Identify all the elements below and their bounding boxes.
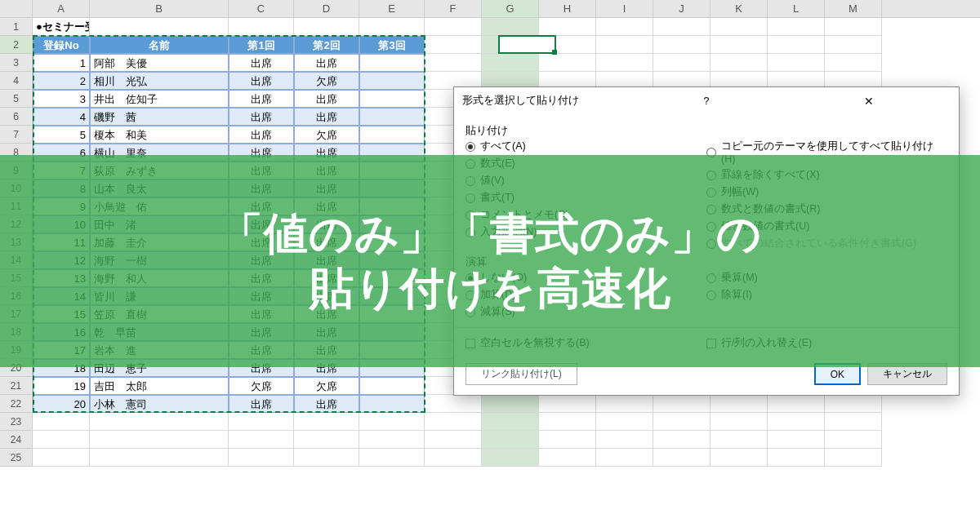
cell[interactable] xyxy=(825,18,882,36)
cell[interactable] xyxy=(768,431,825,449)
cell[interactable]: 出席 xyxy=(294,54,359,72)
cell[interactable] xyxy=(825,431,882,449)
cell[interactable] xyxy=(294,431,359,449)
cell[interactable] xyxy=(825,395,882,413)
cell[interactable]: 第2回 xyxy=(294,36,359,54)
cell[interactable] xyxy=(482,18,539,36)
cell[interactable]: 欠席 xyxy=(294,377,359,395)
col-header-h[interactable]: H xyxy=(539,0,596,17)
cell[interactable] xyxy=(653,18,710,36)
cell[interactable] xyxy=(482,54,539,72)
cell[interactable] xyxy=(710,54,768,72)
row-header[interactable]: 3 xyxy=(0,54,33,72)
cell[interactable] xyxy=(768,36,825,54)
row-header[interactable]: 4 xyxy=(0,72,33,90)
cell[interactable]: 出席 xyxy=(229,395,294,413)
close-icon[interactable]: ✕ xyxy=(788,95,951,108)
cell[interactable] xyxy=(359,449,425,467)
cell[interactable] xyxy=(710,18,768,36)
cell[interactable] xyxy=(653,431,710,449)
cell[interactable] xyxy=(539,431,596,449)
cell[interactable] xyxy=(482,431,539,449)
row-header[interactable]: 1 xyxy=(0,18,33,36)
row-header[interactable]: 5 xyxy=(0,90,33,108)
cell[interactable] xyxy=(229,449,294,467)
cell[interactable]: 出席 xyxy=(229,54,294,72)
cell[interactable] xyxy=(653,449,710,467)
cell[interactable] xyxy=(539,18,596,36)
cell[interactable] xyxy=(596,431,653,449)
cell[interactable] xyxy=(482,413,539,431)
cell[interactable]: 阿部 美優 xyxy=(90,54,229,72)
cell[interactable] xyxy=(653,413,710,431)
cell[interactable]: 名前 xyxy=(90,36,229,54)
cell[interactable]: 出席 xyxy=(229,72,294,90)
col-header-c[interactable]: C xyxy=(229,0,294,17)
cell[interactable] xyxy=(425,449,482,467)
col-header-e[interactable]: E xyxy=(359,0,425,17)
cell[interactable] xyxy=(710,431,768,449)
cell[interactable] xyxy=(229,18,294,36)
cell[interactable] xyxy=(90,449,229,467)
cell[interactable]: 3 xyxy=(33,90,90,108)
row-header[interactable]: 2 xyxy=(0,36,33,54)
cell[interactable]: 出席 xyxy=(229,108,294,126)
cell[interactable] xyxy=(482,395,539,413)
col-header-j[interactable]: J xyxy=(653,0,710,17)
cell[interactable]: 欠席 xyxy=(294,126,359,144)
cell[interactable]: 19 xyxy=(33,377,90,395)
column-headers[interactable]: A B C D E F G H I J K L M xyxy=(0,0,980,18)
cell[interactable] xyxy=(768,395,825,413)
cell[interactable]: 相川 光弘 xyxy=(90,72,229,90)
cell[interactable] xyxy=(768,18,825,36)
cell[interactable]: 磯野 茜 xyxy=(90,108,229,126)
cell[interactable]: 出席 xyxy=(294,108,359,126)
cell[interactable] xyxy=(359,413,425,431)
cell[interactable] xyxy=(294,18,359,36)
cell[interactable] xyxy=(596,413,653,431)
cell[interactable]: 1 xyxy=(33,54,90,72)
radio-all[interactable]: すべて(A) xyxy=(466,140,706,153)
cell[interactable]: 2 xyxy=(33,72,90,90)
row-header[interactable]: 22 xyxy=(0,395,33,413)
col-header-a[interactable]: A xyxy=(33,0,90,17)
cell[interactable]: 4 xyxy=(33,108,90,126)
cell[interactable] xyxy=(825,449,882,467)
cell[interactable]: 20 xyxy=(33,395,90,413)
cell[interactable] xyxy=(768,449,825,467)
cell[interactable]: 井出 佐知子 xyxy=(90,90,229,108)
cell[interactable] xyxy=(425,36,482,54)
col-header-f[interactable]: F xyxy=(425,0,482,17)
cell[interactable] xyxy=(229,431,294,449)
cell[interactable] xyxy=(33,449,90,467)
cell[interactable] xyxy=(425,395,482,413)
cell[interactable] xyxy=(539,413,596,431)
cell[interactable]: 5 xyxy=(33,126,90,144)
col-header-i[interactable]: I xyxy=(596,0,653,17)
cell[interactable]: 登録No xyxy=(33,36,90,54)
cell[interactable]: 第3回 xyxy=(359,36,425,54)
cell[interactable]: 出席 xyxy=(229,126,294,144)
row-header[interactable]: 24 xyxy=(0,431,33,449)
cell[interactable] xyxy=(359,377,425,395)
col-header-b[interactable]: B xyxy=(90,0,229,17)
cell[interactable] xyxy=(596,54,653,72)
cell[interactable]: 小林 憲司 xyxy=(90,395,229,413)
cell[interactable] xyxy=(33,431,90,449)
cell[interactable]: 第1回 xyxy=(229,36,294,54)
cell[interactable] xyxy=(710,449,768,467)
cell[interactable] xyxy=(596,18,653,36)
row-header[interactable]: 7 xyxy=(0,126,33,144)
cell[interactable] xyxy=(90,413,229,431)
cell[interactable] xyxy=(768,54,825,72)
cell[interactable] xyxy=(359,18,425,36)
cell[interactable] xyxy=(359,54,425,72)
cell[interactable] xyxy=(482,449,539,467)
cell[interactable] xyxy=(653,36,710,54)
col-header-m[interactable]: M xyxy=(825,0,882,17)
cell[interactable] xyxy=(33,413,90,431)
cell[interactable]: 出席 xyxy=(229,90,294,108)
cell[interactable] xyxy=(359,431,425,449)
col-header-l[interactable]: L xyxy=(768,0,825,17)
help-icon[interactable]: ? xyxy=(625,95,787,107)
